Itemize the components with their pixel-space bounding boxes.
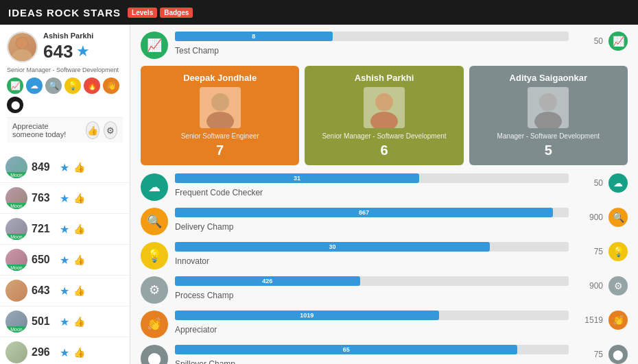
appreciator-row: 👏 1019 Appreciator 1519 👏 — [141, 311, 628, 338]
avatar — [5, 341, 27, 363]
score: 849 — [32, 161, 56, 173]
progress-bar-wrap: 426 — [175, 276, 569, 286]
innovator-progress: 30 Innovator — [175, 242, 569, 267]
top3-avatar-3 — [528, 87, 569, 128]
delivery-champ-progress: 867 Delivery Champ — [175, 208, 569, 232]
progress-bar-wrap: 30 — [175, 242, 569, 252]
thumb-icon[interactable]: 👍 — [73, 316, 85, 327]
top3-role-2: Senior Manager - Software Development — [311, 132, 456, 140]
process-champ-row: ⚙ 426 Process Champ 900 ⚙ — [141, 276, 628, 304]
avatar: Moon — [5, 187, 27, 209]
avatar — [5, 280, 27, 302]
levels-badge[interactable]: Levels — [128, 8, 157, 18]
process-champ-icon: ⚙ — [141, 276, 168, 304]
profile-cloud-icon[interactable]: ☁ — [26, 77, 43, 94]
sidebar: Ashish Parkhi 643 ★ Senior Manager - Sof… — [0, 25, 130, 364]
svg-point-10 — [539, 93, 557, 111]
frequent-code-checker-progress: 31 Frequent Code Checker — [175, 173, 569, 198]
avatar-image — [8, 33, 36, 61]
spillover-champ-value: 65 — [343, 346, 350, 353]
badge-label: Moon — [5, 326, 27, 332]
thumb-icon[interactable]: 👍 — [73, 223, 85, 234]
badges-badge[interactable]: Badges — [160, 8, 193, 18]
innovator-value: 30 — [329, 243, 336, 250]
list-item[interactable]: Moon 650 ★ 👍 — [0, 245, 130, 276]
delivery-champ-label: Delivery Champ — [175, 222, 233, 232]
profile-role: Senior Manager - Software Development — [7, 66, 123, 73]
profile-trending-icon[interactable]: 📈 — [7, 77, 23, 94]
frequent-code-max-row: 50 ☁ — [576, 173, 628, 193]
test-champ-row: 📈 8 Test Champ 50 📈 — [141, 32, 628, 59]
main-layout: Ashish Parkhi 643 ★ Senior Manager - Sof… — [0, 25, 638, 364]
profile-top: Ashish Parkhi 643 ★ — [7, 32, 123, 62]
thumb-icon[interactable]: 👍 — [73, 254, 85, 265]
list-item[interactable]: 643 ★ 👍 — [0, 276, 130, 306]
top3-score-2: 6 — [311, 143, 456, 158]
app-title: IDEAS ROCK STARS — [8, 7, 121, 19]
star-icon: ★ — [60, 346, 69, 359]
test-champ-value: 8 — [252, 33, 255, 40]
top3-name-1: Deepak Jondhale — [147, 73, 292, 83]
spillover-champ-max-row: 75 ⬤ — [576, 345, 628, 364]
profile-bulb-icon[interactable]: 💡 — [64, 77, 81, 94]
thumb-icon[interactable]: 👍 — [73, 347, 85, 358]
profile-circle-icon[interactable]: ⬤ — [7, 97, 23, 113]
svg-point-4 — [211, 93, 229, 111]
test-champ-icon: 📈 — [141, 32, 168, 59]
thumb-icon[interactable]: 👍 — [73, 285, 85, 296]
avatar: Moon — [5, 311, 27, 332]
star-icon: ★ — [60, 223, 69, 236]
process-champ-progress: 426 Process Champ — [175, 276, 569, 301]
delivery-champ-value: 867 — [359, 209, 369, 216]
top3-card-2[interactable]: Ashish Parkhi Senior Manager - Software … — [305, 66, 463, 165]
appreciator-max-row: 1519 👏 — [576, 311, 628, 330]
top3-card-3[interactable]: Aditya Saigaonkar Manager - Software Dev… — [469, 66, 628, 165]
list-item[interactable]: 296 ★ 👍 — [0, 337, 130, 364]
frequent-code-max: 50 — [576, 178, 603, 188]
top3-name-2: Ashish Parkhi — [311, 73, 456, 83]
profile-hand-icon[interactable]: 👋 — [103, 77, 119, 94]
score: 296 — [32, 346, 56, 359]
process-champ-bar: 426 — [175, 276, 360, 286]
list-item[interactable]: Moon 721 ★ 👍 — [0, 214, 130, 245]
top3-score-3: 5 — [476, 143, 621, 158]
star-icon: ★ — [60, 254, 69, 267]
innovator-max-icon: 💡 — [609, 242, 628, 261]
profile-score: 643 ★ — [43, 41, 93, 62]
thumb-icon[interactable]: 👍 — [73, 162, 85, 173]
score: 643 — [32, 284, 56, 297]
avatar: Moon — [5, 249, 27, 271]
test-champ-max-icon: 📈 — [609, 32, 628, 51]
test-champ-max-row: 50 📈 — [576, 32, 628, 51]
profile-fire-icon[interactable]: 🔥 — [84, 77, 100, 94]
innovator-label: Innovator — [175, 256, 209, 266]
progress-bar-wrap: 31 — [175, 173, 569, 183]
appreciate-settings-button[interactable]: ⚙ — [104, 121, 117, 139]
thumb-icon[interactable]: 👍 — [73, 193, 85, 204]
delivery-champ-max-icon: 🔍 — [609, 208, 628, 227]
profile-name: Ashish Parkhi — [43, 32, 93, 40]
appreciator-progress: 1019 Appreciator — [175, 311, 569, 335]
top3-section: Deepak Jondhale Senior Software Engineer… — [141, 66, 628, 165]
appreciator-max-icon: 👏 — [609, 311, 628, 330]
profile-search-icon[interactable]: 🔍 — [45, 77, 62, 94]
avatar: Moon — [5, 156, 27, 178]
top3-avatar-2 — [364, 87, 405, 128]
spillover-champ-max-icon: ⬤ — [609, 345, 628, 364]
appreciate-bar: Appreciate someone today! 👍 ⚙ — [7, 117, 123, 143]
badge-label: Moon — [5, 203, 27, 209]
list-item[interactable]: Moon 763 ★ 👍 — [0, 183, 130, 214]
spillover-champ-label: Spillover Champ — [175, 359, 235, 364]
delivery-champ-bar: 867 — [175, 208, 553, 217]
star-icon: ★ — [60, 192, 69, 205]
innovator-row: 💡 30 Innovator 75 💡 — [141, 242, 628, 269]
process-champ-max: 900 — [576, 281, 603, 291]
list-item[interactable]: Moon 849 ★ 👍 — [0, 152, 130, 183]
top3-role-1: Senior Software Engineer — [147, 132, 292, 140]
spillover-champ-max: 75 — [576, 350, 603, 359]
appreciate-thumb-button[interactable]: 👍 — [86, 121, 99, 139]
test-champ-bar: 8 — [175, 32, 333, 41]
list-item[interactable]: Moon 501 ★ 👍 — [0, 306, 130, 337]
top3-card-1[interactable]: Deepak Jondhale Senior Software Engineer… — [141, 66, 299, 165]
appreciator-max: 1519 — [576, 315, 603, 325]
